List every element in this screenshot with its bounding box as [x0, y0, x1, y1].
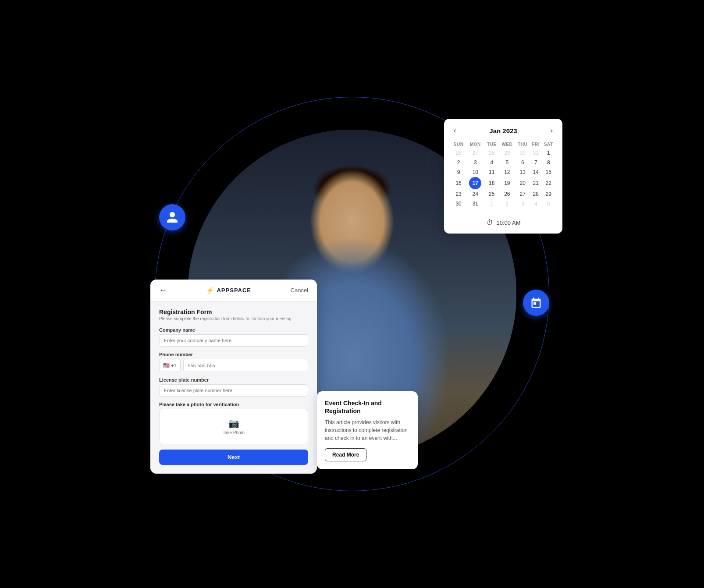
calendar-day[interactable]: 29 — [499, 148, 516, 158]
calendar-day[interactable]: 11 — [485, 167, 499, 177]
calendar-day[interactable]: 13 — [516, 167, 530, 177]
calendar-day[interactable]: 7 — [530, 158, 542, 167]
day-header-mon: MON — [466, 141, 484, 148]
person-bubble[interactable] — [159, 204, 185, 230]
form-title: Registration Form — [159, 308, 308, 315]
flag-emoji: 🇺🇸 — [163, 362, 170, 368]
calendar-day[interactable]: 22 — [542, 177, 555, 189]
take-photo-label: Take Photo — [168, 430, 299, 435]
calendar-day[interactable]: 8 — [542, 158, 555, 167]
photo-label: Please take a photo for verification — [159, 402, 308, 407]
calendar-day[interactable]: 30 — [516, 148, 530, 158]
calendar-day[interactable]: 1 — [485, 199, 499, 209]
calendar-day[interactable]: 5 — [499, 158, 516, 167]
calendar-day[interactable]: 15 — [542, 167, 555, 177]
calendar-day[interactable]: 30 — [451, 199, 466, 209]
license-label: License plate number — [159, 377, 308, 383]
back-button[interactable]: ← — [159, 286, 167, 295]
article-title: Event Check-In and Registration — [325, 399, 410, 415]
calendar-day[interactable]: 2 — [499, 199, 516, 209]
phone-label: Phone number — [159, 352, 308, 357]
day-header-fri: FRI — [530, 141, 542, 148]
license-field: License plate number — [159, 377, 308, 397]
calendar-day[interactable]: 20 — [516, 177, 530, 189]
company-input[interactable] — [159, 334, 308, 347]
person-icon — [166, 211, 179, 224]
calendar-day[interactable]: 12 — [499, 167, 516, 177]
day-header-sat: SAT — [542, 141, 555, 148]
calendar-day[interactable]: 31 — [466, 199, 484, 209]
calendar-day[interactable]: 26 — [451, 148, 466, 158]
calendar-icon — [530, 297, 542, 309]
calendar-day[interactable]: 27 — [516, 189, 530, 199]
calendar-next-button[interactable]: › — [548, 126, 555, 135]
read-more-button[interactable]: Read More — [325, 448, 366, 461]
phone-flag: 🇺🇸 +1 — [159, 359, 181, 372]
camera-icon: 📷 — [168, 418, 299, 429]
phone-code: +1 — [171, 363, 177, 368]
clock-icon: ⏱ — [486, 219, 493, 227]
registration-card: ← ⚡ APPSPACE Cancel Registration Form Pl… — [150, 280, 317, 474]
calendar-day[interactable]: 24 — [466, 189, 484, 199]
calendar-day[interactable]: 9 — [451, 167, 466, 177]
company-label: Company name — [159, 327, 308, 333]
next-button[interactable]: Next — [159, 450, 308, 465]
logo-text: APPSPACE — [217, 287, 251, 294]
day-header-sun: SUN — [451, 141, 466, 148]
calendar-day[interactable]: 10 — [466, 167, 484, 177]
calendar-bubble[interactable] — [523, 290, 549, 316]
calendar-day[interactable]: 29 — [542, 189, 555, 199]
calendar-day[interactable]: 14 — [530, 167, 542, 177]
article-text: This article provides visitors with inst… — [325, 418, 410, 442]
calendar-day[interactable]: 31 — [530, 148, 542, 158]
calendar-day[interactable]: 28 — [530, 189, 542, 199]
calendar-day[interactable]: 17 — [466, 177, 484, 189]
calendar-day[interactable]: 27 — [466, 148, 484, 158]
calendar-day[interactable]: 4 — [485, 158, 499, 167]
calendar-day[interactable]: 28 — [485, 148, 499, 158]
calendar-widget: ‹ Jan 2023 › SUN MON TUE WED THU FRI SAT… — [444, 119, 562, 234]
calendar-prev-button[interactable]: ‹ — [451, 126, 459, 135]
day-header-wed: WED — [499, 141, 516, 148]
registration-header: ← ⚡ APPSPACE Cancel — [150, 280, 317, 301]
calendar-grid: SUN MON TUE WED THU FRI SAT 262728293031… — [451, 141, 555, 209]
calendar-day[interactable]: 19 — [499, 177, 516, 189]
calendar-day[interactable]: 25 — [485, 189, 499, 199]
calendar-day[interactable]: 3 — [466, 158, 484, 167]
calendar-day[interactable]: 6 — [516, 158, 530, 167]
photo-upload-area[interactable]: 📷 Take Photo — [159, 409, 308, 444]
time-value: 10:00 AM — [497, 220, 521, 226]
day-header-tue: TUE — [485, 141, 499, 148]
calendar-day[interactable]: 1 — [542, 148, 555, 158]
calendar-day[interactable]: 26 — [499, 189, 516, 199]
main-scene: ‹ Jan 2023 › SUN MON TUE WED THU FRI SAT… — [133, 75, 571, 513]
calendar-day[interactable]: 23 — [451, 189, 466, 199]
form-subtitle: Please complete the registration form be… — [159, 316, 308, 321]
calendar-day[interactable]: 4 — [530, 199, 542, 209]
calendar-day[interactable]: 16 — [451, 177, 466, 189]
calendar-day[interactable]: 21 — [530, 177, 542, 189]
calendar-time: ⏱ 10:00 AM — [451, 214, 555, 227]
photo-field: Please take a photo for verification 📷 T… — [159, 402, 308, 444]
calendar-month-title: Jan 2023 — [489, 127, 517, 135]
registration-body: Registration Form Please complete the re… — [150, 301, 317, 474]
calendar-day[interactable]: 5 — [542, 199, 555, 209]
phone-input[interactable] — [183, 359, 308, 372]
phone-row: 🇺🇸 +1 — [159, 359, 308, 372]
day-header-thu: THU — [516, 141, 530, 148]
license-input[interactable] — [159, 384, 308, 397]
article-card: Event Check-In and Registration This art… — [317, 391, 418, 469]
calendar-day[interactable]: 2 — [451, 158, 466, 167]
cancel-button[interactable]: Cancel — [291, 287, 308, 294]
appspace-logo: ⚡ APPSPACE — [206, 287, 251, 294]
calendar-header: ‹ Jan 2023 › — [451, 126, 555, 135]
company-field: Company name — [159, 327, 308, 347]
calendar-day[interactable]: 3 — [516, 199, 530, 209]
phone-field: Phone number 🇺🇸 +1 — [159, 352, 308, 372]
logo-icon: ⚡ — [206, 287, 215, 294]
calendar-day[interactable]: 18 — [485, 177, 499, 189]
